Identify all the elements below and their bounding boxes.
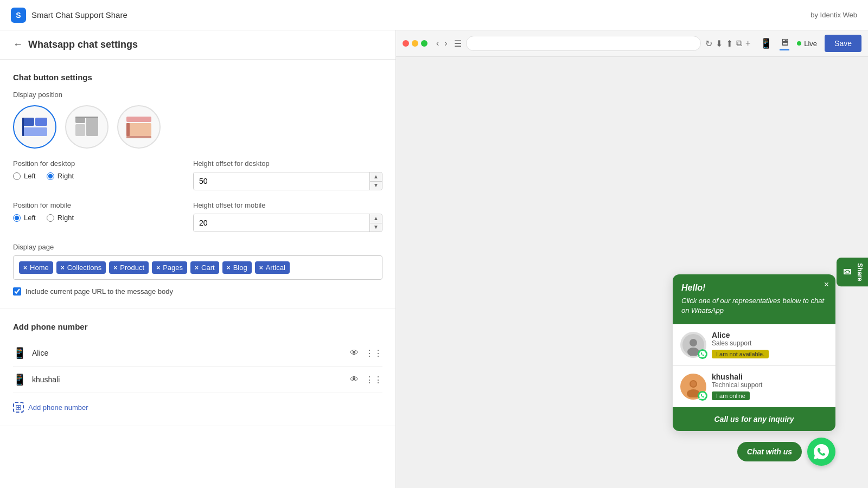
chat-close-button[interactable]: ×	[824, 280, 829, 290]
mobile-left-radio[interactable]: Left	[13, 214, 36, 222]
display-position-label: Display position	[13, 91, 382, 99]
desktop-position-label: Position for desktop	[13, 159, 176, 168]
agent-status-alice: I am not available.	[712, 350, 769, 358]
add-phone-button[interactable]: ⊞ Add phone number	[13, 402, 88, 413]
mobile-right-input[interactable]	[47, 214, 54, 222]
phone-item-alice-left: 📱 Alice	[13, 346, 48, 359]
page-tag-blog[interactable]: ×Blog	[222, 261, 252, 274]
desktop-right-input[interactable]	[47, 172, 54, 180]
phone-item-khushali-left: 📱 khushali	[13, 373, 60, 386]
chat-with-us-button[interactable]: Chat with us	[737, 442, 802, 461]
desktop-left-radio[interactable]: Left	[13, 172, 36, 180]
svg-rect-0	[22, 118, 34, 126]
svg-rect-11	[126, 123, 130, 136]
left-panel: ← Whatsapp chat settings Chat button set…	[0, 30, 396, 488]
include-url-checkbox[interactable]	[13, 287, 21, 296]
mobile-preview-icon[interactable]: 📱	[760, 37, 772, 49]
back-button[interactable]: ←	[13, 39, 23, 50]
desktop-preview-icon[interactable]: 🖥	[780, 37, 789, 50]
desktop-right-radio[interactable]: Right	[47, 172, 74, 180]
tag-remove-blog[interactable]: ×	[227, 264, 231, 272]
drag-handle-khushali[interactable]: ⋮⋮	[365, 375, 382, 385]
desktop-height-col: Height offset for desktop 50 ▲ ▼	[193, 159, 382, 190]
browser-new-tab[interactable]: +	[745, 38, 750, 48]
chat-hello: Hello!	[681, 283, 827, 293]
mobile-position-label: Position for mobile	[13, 201, 176, 209]
browser-forward[interactable]: ›	[442, 37, 449, 49]
desktop-left-input[interactable]	[13, 172, 21, 180]
dot-yellow	[412, 40, 418, 47]
add-phone-section: Add phone number 📱 Alice 👁 ⋮⋮ 📱 khushali	[0, 309, 395, 426]
mobile-height-label: Height offset for mobile	[193, 201, 382, 209]
position-option-right[interactable]	[117, 105, 161, 149]
tag-remove-product[interactable]: ×	[113, 264, 117, 272]
desktop-height-up[interactable]: ▲	[370, 172, 382, 182]
svg-rect-8	[126, 117, 151, 122]
mobile-position-row: Position for mobile Left Right Height of	[13, 201, 382, 232]
mobile-left-input[interactable]	[13, 214, 21, 222]
agent-avatar-wrap-khushali	[680, 374, 706, 400]
mobile-height-input[interactable]: 20	[194, 214, 369, 232]
tag-remove-collections[interactable]: ×	[61, 264, 65, 272]
include-url-label: Include current page URL to the message …	[25, 287, 173, 296]
visibility-toggle-khushali[interactable]: 👁	[350, 375, 359, 384]
agent-info-alice: Alice Sales support I am not available.	[712, 331, 828, 358]
agent-info-khushali: khushali Technical support I am online	[712, 373, 828, 400]
svg-rect-9	[126, 123, 151, 136]
agent-name-alice: Alice	[712, 331, 828, 339]
live-label: Live	[804, 40, 817, 48]
page-tag-home[interactable]: ×Home	[19, 261, 53, 274]
chat-agent-khushali[interactable]: khushali Technical support I am online	[673, 366, 835, 407]
agent-role-khushali: Technical support	[712, 381, 828, 389]
app-identity: S Smart Chat Support Share	[11, 8, 127, 23]
browser-nav: ‹ ›	[434, 37, 450, 49]
desktop-height-label: Height offset for desktop	[193, 159, 382, 168]
phone-item-alice-right: 👁 ⋮⋮	[350, 348, 382, 358]
page-tag-pages[interactable]: ×Pages	[152, 261, 187, 274]
browser-download[interactable]: ⬇	[716, 38, 723, 49]
browser-refresh[interactable]: ↻	[705, 38, 712, 49]
share-label: Share	[856, 263, 864, 281]
tag-remove-home[interactable]: ×	[23, 264, 27, 272]
whatsapp-fab[interactable]	[807, 438, 835, 466]
browser-share[interactable]: ⬆	[726, 38, 733, 49]
mobile-height-up[interactable]: ▲	[370, 214, 382, 223]
position-option-left[interactable]	[13, 105, 56, 149]
position-option-center[interactable]	[65, 105, 108, 149]
save-button[interactable]: Save	[825, 35, 861, 52]
browser-url-bar[interactable]	[466, 36, 701, 51]
dot-red	[403, 40, 409, 47]
app-icon: S	[11, 8, 26, 23]
tag-remove-artical[interactable]: ×	[259, 264, 263, 272]
agent-status-khushali: I am online	[712, 391, 750, 400]
browser-back[interactable]: ‹	[434, 37, 441, 49]
svg-rect-10	[126, 136, 151, 138]
phone-item-khushali: 📱 khushali 👁 ⋮⋮	[13, 367, 382, 393]
include-url-row: Include current page URL to the message …	[13, 287, 382, 296]
browser-copy[interactable]: ⧉	[736, 38, 742, 48]
visibility-toggle-alice[interactable]: 👁	[350, 348, 359, 358]
desktop-height-input[interactable]: 50	[194, 172, 369, 190]
page-tag-product[interactable]: ×Product	[109, 261, 149, 274]
desktop-height-down[interactable]: ▼	[370, 182, 382, 190]
main-layout: ← Whatsapp chat settings Chat button set…	[0, 30, 868, 488]
svg-rect-2	[22, 127, 47, 136]
add-phone-title: Add phone number	[13, 322, 382, 331]
desktop-height-input-wrap: 50 ▲ ▼	[193, 172, 382, 190]
desktop-position-row: Position for desktop Left Right Height o	[13, 159, 382, 190]
mobile-height-spinners: ▲ ▼	[369, 214, 382, 232]
drag-handle-alice[interactable]: ⋮⋮	[365, 348, 382, 358]
mobile-height-down[interactable]: ▼	[370, 223, 382, 232]
chat-popup-footer[interactable]: Call us for any inquiry	[673, 407, 835, 431]
share-button[interactable]: Share ✉	[837, 258, 868, 286]
mobile-right-radio[interactable]: Right	[47, 214, 74, 222]
page-tag-cart[interactable]: ×Cart	[190, 261, 219, 274]
sidebar-toggle[interactable]: ☰	[454, 38, 462, 49]
mobile-radio-group: Left Right	[13, 214, 176, 222]
chat-agent-alice[interactable]: Alice Sales support I am not available.	[673, 324, 835, 365]
page-tag-artical[interactable]: ×Artical	[255, 261, 290, 274]
tag-remove-pages[interactable]: ×	[156, 264, 160, 272]
position-options	[13, 105, 382, 149]
tag-remove-cart[interactable]: ×	[195, 264, 199, 272]
page-tag-collections[interactable]: ×Collections	[56, 261, 106, 274]
